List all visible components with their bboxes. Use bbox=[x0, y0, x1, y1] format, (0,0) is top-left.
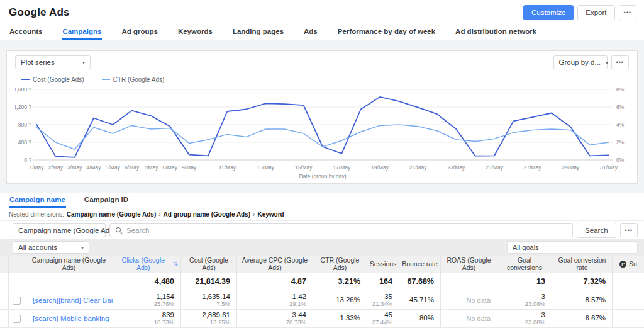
search-button[interactable]: Search bbox=[577, 223, 616, 238]
table-cell: 1,635.147.5% bbox=[180, 291, 236, 309]
svg-text:21/May: 21/May bbox=[409, 164, 428, 171]
tab-keywords[interactable]: Keywords bbox=[177, 25, 213, 40]
table-cell: 2,889.6113.25% bbox=[180, 310, 236, 327]
chevron-down-icon: ▾ bbox=[81, 245, 84, 251]
row-checkbox-cell bbox=[8, 310, 25, 327]
column-header-clicks-google-ads[interactable]: Clicks (Google Ads)⇅ bbox=[113, 256, 180, 273]
svg-text:9/May: 9/May bbox=[182, 164, 197, 171]
campaigns-table: Campaign name (Google Ads)Clicks (Google… bbox=[0, 256, 644, 328]
export-button[interactable]: Export bbox=[577, 5, 614, 20]
legend-item-cost-google-ads[interactable]: Cost (Google Ads) bbox=[21, 76, 84, 83]
column-header-label: Average CPC (Google Ads) bbox=[240, 257, 310, 271]
summary-cell: 7.32% bbox=[552, 273, 612, 291]
group-by-dropdown[interactable]: Group by d... ▾ bbox=[553, 55, 608, 69]
column-header-goal-conversion-rate[interactable]: Goal conversion rate bbox=[552, 256, 612, 273]
search-input[interactable] bbox=[126, 227, 567, 234]
svg-text:25/May: 25/May bbox=[486, 164, 504, 171]
table-cell: 83918.73% bbox=[113, 310, 180, 327]
table-row: [search][brand] Clear Bank1,15425.76%1,6… bbox=[0, 291, 644, 310]
tab-ads[interactable]: Ads bbox=[303, 25, 318, 40]
row-checkbox[interactable] bbox=[13, 297, 21, 305]
table-cell: 323.08% bbox=[497, 310, 552, 327]
svg-text:7/May: 7/May bbox=[143, 164, 158, 171]
accounts-dropdown[interactable]: All accounts ▾ bbox=[13, 241, 89, 254]
legend-item-ctr-google-ads[interactable]: CTR (Google Ads) bbox=[102, 76, 165, 83]
accounts-label: All accounts bbox=[18, 244, 57, 251]
column-header-sessions[interactable]: Sessions bbox=[367, 256, 399, 273]
page-header: Google Ads Customize Export ••• bbox=[0, 0, 644, 25]
svg-text:6%: 6% bbox=[616, 104, 625, 110]
tab-accounts[interactable]: Accounts bbox=[9, 25, 43, 40]
column-header-ctr-google-ads[interactable]: CTR (Google Ads) bbox=[313, 256, 367, 273]
nested-dimension-separator: › bbox=[253, 211, 255, 218]
svg-text:4/May: 4/May bbox=[86, 164, 101, 171]
group-by-label: Group by d... bbox=[559, 59, 601, 66]
svg-text:17/May: 17/May bbox=[333, 164, 351, 171]
column-header-label: Bounce rate bbox=[402, 261, 438, 268]
svg-text:4%: 4% bbox=[616, 122, 625, 128]
dimension-filter-dropdown[interactable]: Campaign name (Google Ad... ▾ bbox=[13, 223, 106, 237]
tab-landing-pages[interactable]: Landing pages bbox=[232, 25, 284, 40]
goals-label: All goals bbox=[513, 244, 539, 251]
table-more-button[interactable]: ••• bbox=[620, 223, 638, 237]
table-header-row: Campaign name (Google Ads)Clicks (Google… bbox=[0, 256, 644, 273]
column-header-cost-google-ads[interactable]: Cost (Google Ads) bbox=[180, 256, 236, 273]
goals-dropdown[interactable]: All goals bbox=[507, 241, 638, 254]
row-checkbox[interactable] bbox=[13, 315, 21, 323]
summary-value: 67.68% bbox=[408, 277, 434, 286]
campaign-link[interactable]: [search] Mobile banking bbox=[33, 315, 109, 322]
cell-subvalue: 25.76% bbox=[154, 301, 174, 308]
legend-label: CTR (Google Ads) bbox=[113, 76, 165, 83]
chart-panel: Plot series ▾ Group by d... ▾ ••• Cost (… bbox=[6, 50, 638, 184]
sort-icon[interactable]: ⇅ bbox=[173, 261, 178, 268]
table-cell bbox=[612, 291, 644, 309]
dimension-tab-campaign-id[interactable]: Campaign ID bbox=[84, 193, 129, 208]
cell-value: 80% bbox=[419, 314, 434, 322]
column-header-bounce-rate[interactable]: Bounce rate bbox=[399, 256, 440, 273]
svg-text:5/May: 5/May bbox=[106, 164, 121, 171]
svg-text:8%: 8% bbox=[616, 86, 625, 93]
summary-value: 164 bbox=[379, 277, 392, 286]
table-cell bbox=[612, 310, 644, 327]
column-header-goal-conversions[interactable]: Goal conversions bbox=[497, 256, 552, 273]
chart-more-button[interactable]: ••• bbox=[611, 55, 629, 69]
svg-text:27/May: 27/May bbox=[524, 164, 542, 171]
plot-series-dropdown[interactable]: Plot series ▾ bbox=[15, 55, 91, 69]
nested-dimension-item: Campaign name (Google Ads) bbox=[67, 211, 156, 218]
summary-cell: 3.21% bbox=[313, 273, 367, 291]
select-all-cell[interactable] bbox=[8, 256, 25, 273]
search-icon bbox=[115, 227, 123, 234]
dimension-filter-label: Campaign name (Google Ad... bbox=[18, 227, 116, 234]
cell-subvalue: 23.08% bbox=[525, 301, 545, 308]
search-box[interactable] bbox=[109, 223, 573, 237]
tab-ad-groups[interactable]: Ad groups bbox=[121, 25, 158, 40]
svg-text:29/May: 29/May bbox=[562, 164, 580, 171]
column-header-su[interactable]: PSu bbox=[612, 256, 644, 273]
tab-ad-distribution-network[interactable]: Ad distribution network bbox=[455, 25, 537, 40]
chart-controls: Plot series ▾ Group by d... ▾ ••• bbox=[15, 55, 629, 69]
table-cell: 1.33% bbox=[313, 310, 367, 327]
table-cell: 8.57% bbox=[552, 291, 612, 309]
table-cell: No data bbox=[440, 310, 497, 327]
tab-campaigns[interactable]: Campaigns bbox=[62, 25, 102, 40]
svg-text:1/May: 1/May bbox=[29, 164, 44, 171]
tab-performance-by-day-of-week[interactable]: Performance by day of week bbox=[337, 25, 436, 40]
column-header-average-cpc-google-ads[interactable]: Average CPC (Google Ads) bbox=[236, 256, 313, 273]
nested-dimension-item: Ad group name (Google Ads) bbox=[164, 211, 251, 218]
column-header-roas-google-ads[interactable]: ROAS (Google Ads) bbox=[440, 256, 497, 273]
svg-text:1,600 ?: 1,600 ? bbox=[15, 86, 31, 93]
column-header-campaign-name-google-ads[interactable]: Campaign name (Google Ads) bbox=[25, 256, 113, 273]
customize-button[interactable]: Customize bbox=[523, 5, 574, 20]
campaign-link[interactable]: [search][brand] Clear Bank bbox=[33, 297, 113, 304]
summary-cell bbox=[440, 273, 497, 291]
svg-text:0 ?: 0 ? bbox=[24, 157, 31, 163]
line-chart: 0 ?0%400 ?2%800 ?4%1,200 ?6%1,600 ?8%1/M… bbox=[15, 84, 629, 183]
svg-text:Date (group by day): Date (group by day) bbox=[299, 173, 346, 179]
cell-subvalue: 13.25% bbox=[210, 319, 230, 326]
column-header-label: Sessions bbox=[370, 261, 397, 268]
column-header-label: Cost (Google Ads) bbox=[184, 257, 234, 271]
more-options-button[interactable]: ••• bbox=[619, 5, 636, 20]
table-cell: No data bbox=[440, 291, 497, 309]
dimension-tab-campaign-name[interactable]: Campaign name bbox=[9, 193, 66, 208]
summary-cell bbox=[8, 273, 25, 291]
